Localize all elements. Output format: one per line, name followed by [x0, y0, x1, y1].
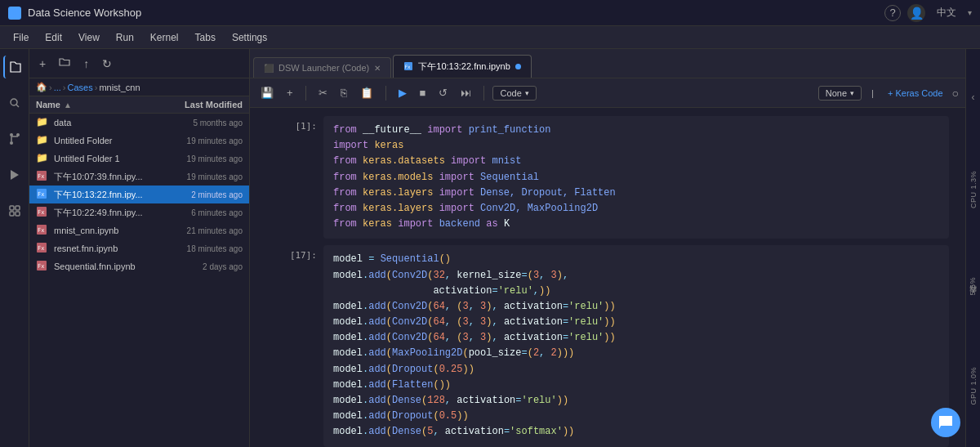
- list-item[interactable]: Fx 下午10:07:39.fnn.ipy... 19 minutes ago: [29, 168, 249, 186]
- item-name: Sequential.fnn.ipynb: [54, 261, 161, 271]
- sidebar-run-icon[interactable]: [3, 163, 26, 186]
- sidebar-git-icon[interactable]: [3, 127, 26, 150]
- folder-icon: 📁: [36, 152, 49, 165]
- path-cases[interactable]: Cases: [68, 83, 93, 92]
- cell-type-select[interactable]: Code ▾: [492, 86, 536, 101]
- fb-folder-btn[interactable]: [56, 55, 74, 72]
- restart-btn[interactable]: ↺: [434, 84, 452, 101]
- list-item[interactable]: Fx 下午10:13:22.fnn.ipy... 2 minutes ago: [29, 186, 249, 203]
- kernel-plus: |: [871, 88, 874, 98]
- breadcrumb: 🏠 › ... › Cases › mnist_cnn: [29, 78, 249, 96]
- folder-icon: 📁: [36, 116, 49, 129]
- fb-list: 📁 data 5 months ago 📁 Untitled Folder 19…: [29, 114, 249, 447]
- tab-notebook[interactable]: Fx 下午10:13:22.fnn.ipynb: [393, 55, 532, 78]
- notebook-content: [1]: from __future__ import print_functi…: [250, 108, 965, 447]
- fb-upload-btn[interactable]: ↑: [80, 56, 92, 72]
- list-item[interactable]: Fx mnist_cnn.ipynb 21 minutes ago: [29, 221, 249, 239]
- add-cell-btn[interactable]: +: [283, 84, 297, 101]
- path-ellipsis[interactable]: ...: [54, 83, 61, 92]
- list-item[interactable]: 📁 data 5 months ago: [29, 114, 249, 132]
- list-item[interactable]: Fx resnet.fnn.ipynb 18 minutes ago: [29, 239, 249, 257]
- notebook-tab-icon: Fx: [403, 61, 413, 73]
- item-name: 下午10:07:39.fnn.ipy...: [54, 171, 161, 183]
- notebook-icon: Fx: [36, 170, 49, 183]
- svg-text:Fx: Fx: [38, 227, 44, 234]
- menu-tabs[interactable]: Tabs: [189, 29, 222, 46]
- restart-run-btn[interactable]: ⏭: [457, 84, 475, 101]
- path-home[interactable]: 🏠: [36, 82, 47, 92]
- keras-code-btn[interactable]: + Keras Code: [884, 86, 947, 101]
- menu-settings[interactable]: Settings: [225, 29, 274, 46]
- svg-rect-12: [10, 206, 14, 210]
- collapse-btn[interactable]: ‹: [972, 92, 975, 103]
- svg-rect-3: [16, 14, 20, 18]
- kernel-label: None: [826, 88, 847, 98]
- item-name: mnist_cnn.ipynb: [54, 226, 161, 235]
- menu-view[interactable]: View: [72, 29, 106, 46]
- menu-file[interactable]: File: [7, 29, 35, 46]
- list-item[interactable]: Fx 下午10:22:49.fnn.ipy... 6 minutes ago: [29, 203, 249, 221]
- menu-kernel[interactable]: Kernel: [144, 29, 185, 46]
- sidebar-files-icon[interactable]: [3, 56, 26, 78]
- fb-refresh-btn[interactable]: ↻: [99, 56, 115, 72]
- cell-type-label: Code: [500, 88, 521, 98]
- unsaved-indicator: [515, 64, 521, 69]
- fb-toolbar: + ↑ ↻: [29, 49, 249, 78]
- lang-selector[interactable]: 中文: [932, 6, 961, 20]
- item-modified: 6 minutes ago: [161, 208, 243, 217]
- titlebar: Data Science Workshop ? 👤 中文 ▾: [0, 0, 980, 26]
- svg-text:Fx: Fx: [38, 173, 44, 180]
- chat-button[interactable]: [931, 408, 960, 437]
- item-name: 下午10:13:22.fnn.ipy...: [54, 189, 161, 201]
- fb-new-btn[interactable]: +: [36, 56, 49, 72]
- menu-run[interactable]: Run: [109, 29, 140, 46]
- app-title: Data Science Workshop: [28, 7, 141, 19]
- run-btn[interactable]: ▶: [394, 84, 411, 101]
- copy-btn[interactable]: ⎘: [336, 84, 351, 101]
- list-item[interactable]: Fx Sequential.fnn.ipynb 2 days ago: [29, 257, 249, 275]
- launcher-tab-label: DSW Launcher (Code): [278, 63, 369, 73]
- item-modified: 2 days ago: [161, 262, 243, 271]
- fb-name-header[interactable]: Name: [36, 100, 60, 110]
- icon-sidebar: [0, 49, 29, 447]
- cell-body-1[interactable]: from __future__ import print_function im…: [323, 116, 949, 239]
- notebook-icon: Fx: [36, 242, 49, 255]
- svg-rect-0: [10, 8, 14, 12]
- item-name: resnet.fnn.ipynb: [54, 244, 161, 253]
- notebook-area: ⬛ DSW Launcher (Code) ✕ Fx 下午10:13:22.fn…: [250, 49, 965, 447]
- list-item[interactable]: 📁 Untitled Folder 1 19 minutes ago: [29, 150, 249, 168]
- stop-btn[interactable]: ■: [416, 84, 430, 101]
- list-item[interactable]: 📁 Untitled Folder 19 minutes ago: [29, 132, 249, 150]
- cell-type-chevron: ▾: [525, 89, 529, 97]
- svg-text:Fx: Fx: [38, 263, 44, 270]
- lang-chevron[interactable]: ▾: [968, 8, 972, 17]
- tab-launcher[interactable]: ⬛ DSW Launcher (Code) ✕: [253, 57, 391, 78]
- svg-rect-1: [16, 8, 20, 12]
- sidebar-extension-icon[interactable]: [3, 199, 26, 222]
- item-modified: 5 months ago: [161, 118, 243, 127]
- item-modified: 21 minutes ago: [161, 226, 243, 235]
- notebook-icon: Fx: [36, 224, 49, 237]
- item-modified: 19 minutes ago: [161, 154, 243, 163]
- launcher-tab-icon: ⬛: [264, 64, 274, 73]
- sidebar-search-icon[interactable]: [3, 92, 26, 114]
- item-modified: 2 minutes ago: [161, 190, 243, 199]
- save-btn[interactable]: 💾: [256, 84, 278, 101]
- right-sidebar: ‹ CPU 1.3% 内存 5.6% GPU 1.0%: [965, 49, 980, 447]
- kernel-chevron: ▾: [850, 89, 854, 97]
- help-btn[interactable]: ?: [884, 5, 901, 21]
- cell-2: [17]: model = Sequential() model.add(Con…: [266, 245, 949, 446]
- notebook-icon: Fx: [36, 260, 49, 273]
- toolbar-sep-2: [385, 86, 386, 101]
- launcher-tab-close[interactable]: ✕: [374, 64, 381, 73]
- path-current: mnist_cnn: [99, 83, 140, 92]
- svg-rect-15: [16, 212, 20, 216]
- cut-btn[interactable]: ✂: [314, 84, 332, 101]
- cell-indicator-2: [266, 245, 270, 446]
- paste-btn[interactable]: 📋: [356, 84, 377, 101]
- kernel-select[interactable]: None ▾: [818, 86, 862, 101]
- svg-text:Fx: Fx: [38, 209, 44, 216]
- menu-edit[interactable]: Edit: [38, 29, 69, 46]
- user-avatar[interactable]: 👤: [907, 4, 925, 22]
- cell-body-2[interactable]: model = Sequential() model.add(Conv2D(32…: [323, 245, 949, 446]
